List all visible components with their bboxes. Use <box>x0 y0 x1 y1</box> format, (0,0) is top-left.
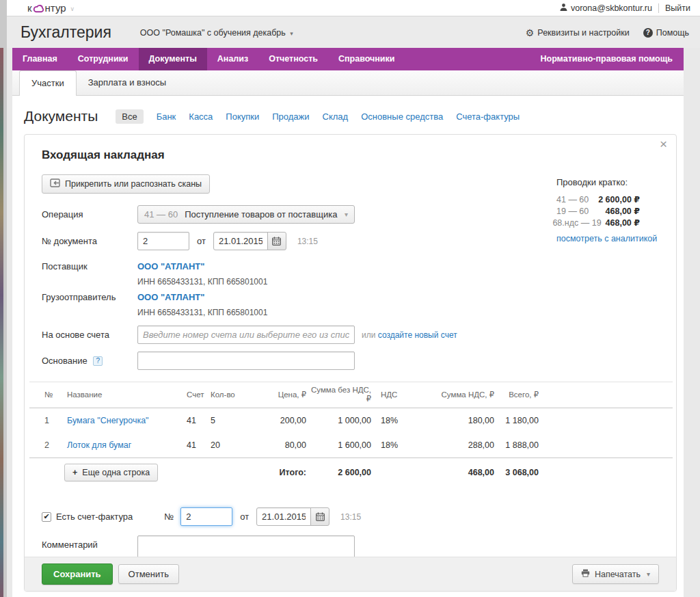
col-vat-sum: Сумма НДС, ₽ <box>419 382 494 408</box>
totals-row: + Еще одна строка Итого: 2 600,00 468,00… <box>29 458 673 488</box>
print-caret-down-icon: ▾ <box>647 570 650 578</box>
filter-scheta-faktury[interactable]: Счета-фактуры <box>456 111 520 122</box>
comment-label: Комментарий <box>42 535 137 550</box>
nav-legal-help-link[interactable]: Нормативно-правовая помощь <box>540 48 684 70</box>
add-row-button[interactable]: + Еще одна строка <box>64 464 158 481</box>
desktop-wallpaper-strip <box>0 48 3 597</box>
cancel-button[interactable]: Отменить <box>118 564 179 584</box>
row-qty: 5 <box>211 408 252 434</box>
close-icon[interactable]: × <box>660 137 667 152</box>
invoice-base-label: На основе счета <box>42 330 137 340</box>
logout-link[interactable]: Выйти <box>665 3 690 13</box>
item-name-link[interactable]: Бумага "Снегурочка" <box>67 416 149 425</box>
row-num: 1 <box>29 408 67 434</box>
topbar-divider <box>658 3 659 13</box>
invoice-base-input[interactable] <box>137 326 355 344</box>
doc-date-input[interactable] <box>213 232 268 250</box>
supplier-value: ООО "АТЛАНТ" ИНН 6658433131, КПП 6658010… <box>137 261 267 287</box>
view-analytics-link[interactable]: посмотреть с аналитикой <box>556 234 640 243</box>
doc-calendar-icon[interactable] <box>267 232 286 250</box>
operation-select[interactable]: 41 — 60 Поступление товаров от поставщик… <box>137 205 355 224</box>
posting-row: 41 — 60 2 600,00 ₽ <box>556 194 640 206</box>
postings-title: Проводки кратко: <box>556 177 640 187</box>
tab-zarplata[interactable]: Зарплата и взносы <box>77 70 178 95</box>
content-area: Участки Зарплата и взносы Документы Все … <box>12 70 684 597</box>
sf-number-input[interactable] <box>180 507 232 526</box>
save-button[interactable]: Сохранить <box>42 563 113 585</box>
settings-link[interactable]: ⚙ Реквизиты и настройки <box>526 28 630 38</box>
operation-selected-text: Поступление товаров от поставщика <box>185 209 337 220</box>
sf-date-input[interactable] <box>256 507 311 526</box>
kontur-logo[interactable]: к нтур ∨ <box>27 2 75 14</box>
row-price: 80,00 <box>252 433 306 458</box>
help-link[interactable]: ? Помощь <box>643 28 689 38</box>
basis-help-icon[interactable]: ? <box>93 356 103 366</box>
nav-item-sotrudniki[interactable]: Сотрудники <box>68 48 139 70</box>
shipper-label: Грузоотправитель <box>42 292 137 302</box>
row-account: 41 <box>187 408 211 434</box>
sf-date-preposition: от <box>240 512 249 522</box>
user-account[interactable]: vorona@skbkontur.ru <box>560 3 652 13</box>
nav-item-analiz[interactable]: Анализ <box>207 48 258 70</box>
row-total: 1 888,00 <box>494 433 539 458</box>
row-vat: 18% <box>371 408 419 434</box>
shipper-details: ИНН 6658433131, КПП 665801001 <box>137 308 267 317</box>
create-invoice-link[interactable]: создайте новый счет <box>378 330 457 340</box>
col-sum-wo-vat: Сумма без НДС, ₽ <box>306 382 371 408</box>
invoice-checkbox-label: Есть счет-фактура <box>56 512 133 522</box>
print-button[interactable]: Напечатать ▾ <box>572 564 659 584</box>
filter-prodazhi[interactable]: Продажи <box>272 111 309 122</box>
table-row: 1 Бумага "Снегурочка" 41 5 200,00 1 000,… <box>29 408 673 434</box>
nav-item-dokumenty[interactable]: Документы <box>139 48 207 70</box>
row-total: 1 180,00 <box>494 408 539 434</box>
user-icon <box>560 3 567 13</box>
dialog-title: Входящая накладная <box>42 148 676 162</box>
tab-uchastki[interactable]: Участки <box>19 70 77 96</box>
row-price: 200,00 <box>252 408 306 434</box>
posting-row: 68.ндс — 19 468,00 ₽ <box>556 217 640 229</box>
shipper-name-link[interactable]: ООО "АТЛАНТ" <box>137 292 267 302</box>
row-qty: 20 <box>211 433 252 458</box>
filter-sklad[interactable]: Склад <box>323 111 349 122</box>
add-row-label: Еще одна строка <box>82 468 150 477</box>
filter-bank[interactable]: Банк <box>157 111 176 122</box>
nav-item-otchetnost[interactable]: Отчетность <box>258 48 328 70</box>
document-filters: Все Банк Касса Покупки Продажи Склад Осн… <box>116 109 520 124</box>
sf-calendar-icon[interactable] <box>310 507 329 526</box>
basis-input[interactable] <box>137 351 355 370</box>
posting-amount: 468,00 ₽ <box>606 217 640 229</box>
items-table: № Название Счет Кол-во Цена, ₽ Сумма без… <box>29 382 673 487</box>
posting-amount: 468,00 ₽ <box>593 206 640 217</box>
filter-kassa[interactable]: Касса <box>189 111 213 122</box>
doc-number-label: № документа <box>42 236 137 246</box>
col-name: Название <box>67 382 187 408</box>
col-num: № <box>29 382 67 408</box>
col-qty: Кол-во <box>211 382 252 408</box>
filter-osnovnye-sredstva[interactable]: Основные средства <box>361 111 443 122</box>
page-title: Документы <box>24 108 98 124</box>
nav-item-glavnaya[interactable]: Главная <box>12 48 68 70</box>
org-caret-down-icon: ▾ <box>290 30 293 37</box>
invoice-checkbox[interactable]: ✔ <box>42 512 51 522</box>
organization-selector[interactable]: ООО "Ромашка" с обучения декабрь ▾ <box>140 28 293 38</box>
row-vat: 18% <box>371 433 419 458</box>
sf-time: 13:15 <box>340 512 361 522</box>
row-vat-sum: 288,00 <box>419 433 494 458</box>
posting-amount: 2 600,00 ₽ <box>593 194 640 206</box>
settings-label: Реквизиты и настройки <box>537 28 629 38</box>
filter-pokupki[interactable]: Покупки <box>226 111 259 122</box>
totals-label: Итого: <box>252 458 306 488</box>
nav-item-spravochniki[interactable]: Справочники <box>328 48 405 70</box>
topbar: к нтур ∨ vorona@skbkontur.ru Выйти <box>7 0 700 16</box>
app-title: Бухгалтерия <box>21 23 111 42</box>
filter-vse[interactable]: Все <box>116 109 143 124</box>
select-caret-down-icon: ▾ <box>345 211 348 218</box>
supplier-name-link[interactable]: ООО "АТЛАНТ" <box>137 261 267 271</box>
row-vat-sum: 180,00 <box>419 408 494 434</box>
total-all: 3 068,00 <box>494 458 539 488</box>
doc-number-input[interactable] <box>137 232 189 250</box>
attach-scans-button[interactable]: Прикрепить или распознать сканы <box>42 174 210 194</box>
item-name-link[interactable]: Лоток для бумаг <box>67 440 131 450</box>
row-account: 41 <box>187 433 211 458</box>
posting-accounts: 41 — 60 <box>556 194 589 206</box>
